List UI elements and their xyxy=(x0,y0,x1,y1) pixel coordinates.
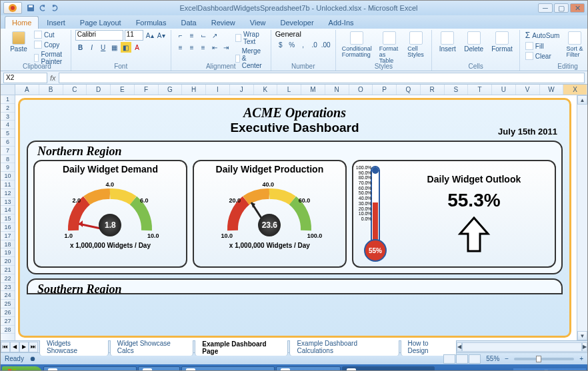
row-header-1[interactable]: 1 xyxy=(1,95,15,104)
col-header-S[interactable]: S xyxy=(445,85,469,95)
row-header-4[interactable]: 4 xyxy=(1,121,15,129)
inc-decimal-button[interactable]: .0 xyxy=(309,39,320,50)
fx-icon[interactable]: fx xyxy=(50,74,56,82)
row-header-10[interactable]: 10 xyxy=(1,172,15,181)
tab-nav-next[interactable]: ▶ xyxy=(19,342,29,352)
row-header-20[interactable]: 20 xyxy=(1,257,15,266)
row-header-13[interactable]: 13 xyxy=(1,198,15,206)
col-header-T[interactable]: T xyxy=(468,85,492,95)
col-header-C[interactable]: C xyxy=(63,85,87,95)
row-header-2[interactable]: 2 xyxy=(1,104,15,113)
sheet-tab[interactable]: Widget Showcase Calcs xyxy=(110,338,194,356)
row-header-12[interactable]: 12 xyxy=(1,189,15,198)
percent-button[interactable]: % xyxy=(287,39,297,50)
currency-button[interactable]: $ xyxy=(275,39,286,50)
row-header-5[interactable]: 5 xyxy=(1,129,15,138)
col-header-H[interactable]: H xyxy=(182,85,206,95)
hscroll-right[interactable]: ▶ xyxy=(582,342,587,352)
col-header-R[interactable]: R xyxy=(421,85,445,95)
row-header-24[interactable]: 24 xyxy=(1,291,15,300)
tab-data[interactable]: Data xyxy=(174,17,203,29)
sheet-tab[interactable]: Example Dashboard Page xyxy=(195,338,288,356)
cut-button[interactable]: Cut xyxy=(33,30,67,39)
shrink-font-button[interactable]: A▾ xyxy=(156,30,167,41)
row-header-9[interactable]: 9 xyxy=(1,163,15,172)
row-header-19[interactable]: 19 xyxy=(1,248,15,257)
tab-review[interactable]: Review xyxy=(205,17,242,29)
row-header-14[interactable]: 14 xyxy=(1,206,15,214)
taskbar-item[interactable]: 1 of 1 uploaded - YouT... xyxy=(43,366,137,371)
row-header-8[interactable]: 8 xyxy=(1,155,15,164)
format-cells-button[interactable]: Format xyxy=(489,30,515,54)
col-header-A[interactable]: A xyxy=(15,85,39,95)
close-button[interactable]: ✕ xyxy=(570,3,585,13)
insert-cells-button[interactable]: Insert xyxy=(436,30,459,54)
clear-button[interactable]: Clear xyxy=(524,51,561,61)
bold-button[interactable]: B xyxy=(75,42,86,53)
zoom-slider[interactable] xyxy=(514,358,574,360)
orientation-button[interactable]: ↗ xyxy=(209,30,220,41)
tab-developer[interactable]: Developer xyxy=(273,17,320,29)
start-button[interactable]: start xyxy=(2,366,42,371)
taskbar-item[interactable]: Untitled - Paint xyxy=(276,366,341,371)
grow-font-button[interactable]: A▴ xyxy=(145,30,155,41)
col-header-I[interactable]: I xyxy=(206,85,230,95)
col-header-V[interactable]: V xyxy=(516,85,540,95)
comma-button[interactable]: , xyxy=(298,39,309,50)
select-all-corner[interactable] xyxy=(1,85,15,95)
zoom-out-button[interactable]: − xyxy=(505,355,509,362)
row-header-25[interactable]: 25 xyxy=(1,300,15,308)
conditional-formatting-button[interactable]: Conditional Formatting xyxy=(340,30,374,59)
minimize-button[interactable]: ─ xyxy=(538,3,553,13)
autosum-button[interactable]: ΣAutoSum xyxy=(524,30,561,41)
row-header-3[interactable]: 3 xyxy=(1,113,15,121)
dec-decimal-button[interactable]: .00 xyxy=(321,39,331,50)
row-header-7[interactable]: 7 xyxy=(1,147,15,155)
font-family-select[interactable]: Calibri xyxy=(75,30,123,41)
macro-record-icon[interactable]: ⏺ xyxy=(29,355,36,362)
hscroll-left[interactable]: ◀ xyxy=(457,342,462,352)
row-header-18[interactable]: 18 xyxy=(1,240,15,249)
align-top-button[interactable]: ⌐ xyxy=(175,30,186,41)
indent-dec-button[interactable]: ⇤ xyxy=(209,42,220,53)
tab-view[interactable]: View xyxy=(243,17,273,29)
align-center-button[interactable]: ≡ xyxy=(187,42,197,53)
formula-input[interactable] xyxy=(59,73,585,83)
tab-addins[interactable]: Add-Ins xyxy=(322,17,361,29)
tab-insert[interactable]: Insert xyxy=(40,17,72,29)
delete-cells-button[interactable]: Delete xyxy=(461,30,486,54)
row-header-28[interactable]: 28 xyxy=(1,326,15,334)
redo-icon[interactable] xyxy=(50,3,59,13)
view-normal-button[interactable] xyxy=(443,354,455,364)
taskbar-item[interactable]: Microsoft Excel - Exce... xyxy=(342,366,435,371)
sheet-tab[interactable]: Example Dashboard Calculations xyxy=(289,338,399,356)
taskbar-item[interactable]: Video2 xyxy=(138,366,180,371)
italic-button[interactable]: I xyxy=(87,42,97,53)
align-right-button[interactable]: ≡ xyxy=(198,42,209,53)
copy-button[interactable]: Copy xyxy=(33,40,67,49)
vertical-scrollbar[interactable]: ▲ ▼ xyxy=(577,95,587,340)
maximize-button[interactable]: ▢ xyxy=(554,3,569,13)
col-header-D[interactable]: D xyxy=(87,85,111,95)
col-header-W[interactable]: W xyxy=(540,85,564,95)
font-color-button[interactable]: A xyxy=(132,42,143,53)
format-as-table-button[interactable]: Format as Table xyxy=(377,30,403,65)
tab-nav-prev[interactable]: ◀ xyxy=(10,342,19,352)
tab-formulas[interactable]: Formulas xyxy=(129,17,173,29)
scroll-down-button[interactable]: ▼ xyxy=(577,331,587,340)
undo-icon[interactable] xyxy=(38,3,47,13)
row-header-21[interactable]: 21 xyxy=(1,266,15,274)
underline-button[interactable]: U xyxy=(98,42,109,53)
row-header-17[interactable]: 17 xyxy=(1,232,15,240)
col-header-O[interactable]: O xyxy=(349,85,373,95)
wrap-text-button[interactable]: Wrap Text xyxy=(234,30,267,46)
sheet-tab[interactable]: How to Design xyxy=(401,338,457,356)
col-header-X[interactable]: X xyxy=(563,85,587,95)
view-layout-button[interactable] xyxy=(456,354,468,364)
save-icon[interactable] xyxy=(26,3,35,13)
border-button[interactable]: ▦ xyxy=(109,42,120,53)
indent-inc-button[interactable]: ⇥ xyxy=(221,42,231,53)
row-header-23[interactable]: 23 xyxy=(1,283,15,292)
col-header-F[interactable]: F xyxy=(135,85,159,95)
col-header-P[interactable]: P xyxy=(373,85,397,95)
